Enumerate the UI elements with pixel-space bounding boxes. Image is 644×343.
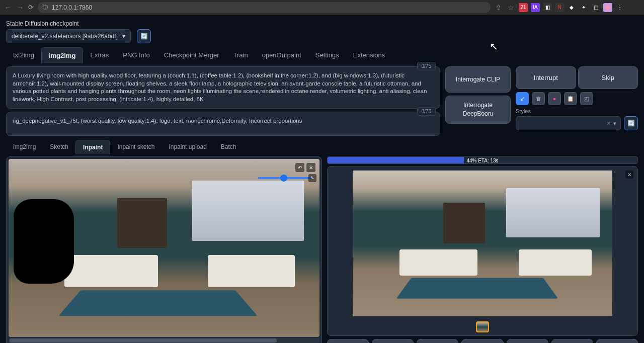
negative-prompt-input[interactable]: 0/75 ng_deepnegative_v1_75t, (worst qual… [6,112,440,136]
save-button[interactable]: Save [372,339,414,343]
refresh-checkpoint-button[interactable]: 🔄 [137,29,151,43]
main-tabs: txt2img img2img Extras PNG Info Checkpoi… [6,47,638,63]
open-folder-button[interactable]: 📁 [327,339,369,343]
skip-button[interactable]: Skip [578,66,638,89]
bookmark-icon[interactable]: ☆ [507,4,515,12]
output-frame: ✕ [327,166,638,336]
ext-icon[interactable]: N [555,3,564,12]
refresh-styles-button[interactable]: 🔄 [624,116,638,130]
browser-toolbar: ← → ⟳ ⓘ 127.0.0.1:7860 ⇪ ☆ 21 IA ◧ N ◆ ✦… [0,0,644,15]
avatar-icon[interactable] [603,3,612,12]
inpaint-canvas[interactable]: ↶ ✕ ✎ [9,159,319,337]
prompt-token-count: 0/75 [417,62,436,70]
arrow-tool-button[interactable]: ↙ [516,92,529,105]
interrogate-clip-button[interactable]: Interrogate CLIP [445,66,511,93]
prompt-input[interactable]: 0/75 A Luxury living room with high qual… [6,66,440,109]
ext-icon[interactable]: 21 [519,3,528,12]
progress-text: 44% ETA: 13s [328,157,637,164]
tab-train[interactable]: Train [226,47,255,63]
interrupt-button[interactable]: Interrupt [516,66,576,89]
subtab-inpaint-sketch[interactable]: Inpaint sketch [110,140,162,154]
styles-label: Styles [516,108,638,114]
tab-extras[interactable]: Extras [83,47,116,63]
zip-button[interactable]: Zip [417,339,458,343]
checkpoint-select[interactable]: deliberate_v2.safetensors [9aba26abdf] ▾ [6,29,131,43]
undo-icon[interactable]: ↶ [295,163,304,172]
info-icon: ⓘ [43,4,48,11]
neg-prompt-text: ng_deepnegative_v1_75t, (worst quality, … [13,117,434,125]
menu-icon[interactable]: ⋮ [615,3,624,12]
ext-icon[interactable]: ◧ [543,3,552,12]
ext-icon[interactable]: IA [531,3,540,12]
styles-select[interactable]: × ▾ [516,116,621,130]
back-icon[interactable]: ← [4,4,12,12]
send-to-button-1[interactable]: Send to [461,339,503,343]
tab-checkpoint-merger[interactable]: Checkpoint Merger [157,47,226,63]
horizontal-scrollbar[interactable] [9,338,319,343]
chevron-down-icon: ▾ [122,33,125,40]
subtab-batch[interactable]: Batch [214,140,244,154]
progress-bar: 44% ETA: 13s [327,156,638,164]
inpaint-canvas-pane: ↶ ✕ ✎ [6,156,322,343]
tab-img2img[interactable]: img2img [41,47,83,63]
close-output-icon[interactable]: ✕ [625,170,633,179]
brush-size-slider[interactable] [258,177,313,179]
url-text: 127.0.0.1:7860 [52,4,92,11]
reload-icon[interactable]: ⟳ [28,4,34,11]
checkpoint-label: Stable Diffusion checkpoint [6,20,638,27]
send-to-button-4[interactable]: Send to [596,339,638,343]
subtab-inpaint[interactable]: Inpaint [75,140,110,154]
extension-icons: 21 IA ◧ N ◆ ✦ ◫ ⋮ [519,3,624,12]
pink-tool-button[interactable]: ● [548,92,561,105]
output-pane: 44% ETA: 13s ✕ [327,156,638,343]
inpaint-mask [14,199,74,284]
output-thumbnail[interactable] [476,321,489,332]
close-icon[interactable]: ✕ [306,163,315,172]
panel-icon[interactable]: ◫ [591,3,600,12]
send-to-button-3[interactable]: Send to [551,339,593,343]
checkpoint-value: deliberate_v2.safetensors [9aba26abdf] [12,33,118,40]
trash-tool-button[interactable]: 🗑 [532,92,545,105]
tab-txt2img[interactable]: txt2img [6,47,41,63]
subtab-inpaint-upload[interactable]: Inpaint upload [162,140,213,154]
ext-icon[interactable]: ◆ [567,3,576,12]
output-image[interactable] [353,170,613,316]
share-icon[interactable]: ⇪ [495,4,503,12]
tab-openoutpaint[interactable]: openOutpaint [255,47,308,63]
neg-prompt-token-count: 0/75 [417,107,436,116]
forward-icon[interactable]: → [16,4,24,12]
chevron-down-icon: ▾ [613,120,616,127]
frame-tool-button[interactable]: ◰ [580,92,593,105]
sub-tabs: img2img Sketch Inpaint Inpaint sketch In… [6,140,638,154]
subtab-img2img[interactable]: img2img [6,140,43,154]
puzzle-icon[interactable]: ✦ [579,3,588,12]
url-bar[interactable]: ⓘ 127.0.0.1:7860 [38,2,491,13]
tab-pnginfo[interactable]: PNG Info [116,47,156,63]
prompt-text: A Luxury living room with high quality w… [13,72,434,103]
send-to-button-2[interactable]: Send to [507,339,548,343]
brush-edit-icon[interactable]: ✎ [308,174,316,182]
tab-extensions[interactable]: Extensions [346,47,392,63]
clear-icon[interactable]: × [607,120,610,126]
tab-settings[interactable]: Settings [308,47,346,63]
interrogate-deepbooru-button[interactable]: Interrogate DeepBooru [445,96,511,124]
clipboard-tool-button[interactable]: 📋 [564,92,577,105]
subtab-sketch[interactable]: Sketch [43,140,75,154]
